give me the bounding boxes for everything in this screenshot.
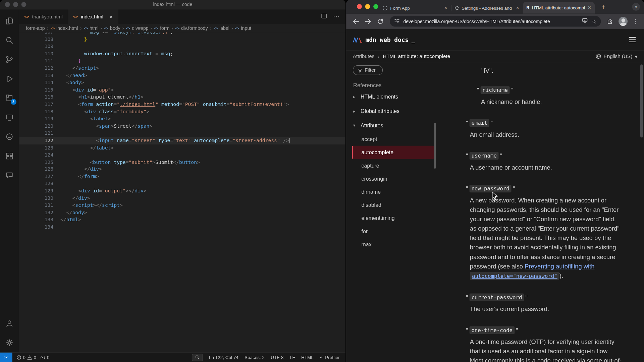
- problems-indicator[interactable]: 0 0: [16, 355, 36, 360]
- code-line[interactable]: 134: [19, 224, 345, 231]
- comments-icon[interactable]: [0, 165, 19, 185]
- menu-hamburger-icon[interactable]: [627, 35, 638, 44]
- reload-button[interactable]: [375, 16, 386, 27]
- extensions-icon[interactable]: 3: [0, 88, 19, 108]
- minimize-window-button[interactable]: [365, 4, 370, 9]
- sidebar-group-html-elements[interactable]: ▸HTML elements: [352, 89, 437, 104]
- close-tab-icon[interactable]: ×: [444, 5, 447, 11]
- indentation-setting[interactable]: Spaces: 2: [245, 355, 265, 360]
- vscode-window-controls[interactable]: [5, 2, 26, 7]
- breadcrumb-item[interactable]: <>html: [84, 26, 98, 31]
- breadcrumb-parent[interactable]: Attributes: [353, 53, 375, 59]
- page-scrollbar[interactable]: [640, 64, 643, 137]
- split-editor-icon[interactable]: [321, 12, 327, 20]
- code-line[interactable]: 116 <h1>input element</h1>: [19, 94, 345, 101]
- source-control-icon[interactable]: [0, 50, 19, 69]
- code-line[interactable]: 119 <label>: [19, 115, 345, 123]
- sidebar-item-accept[interactable]: accept: [352, 133, 434, 146]
- settings-gear-icon[interactable]: [0, 333, 19, 352]
- code-line[interactable]: 108 }: [19, 36, 345, 43]
- run-debug-icon[interactable]: [0, 69, 19, 88]
- code-line[interactable]: 111 }: [19, 58, 345, 65]
- url-bar[interactable]: developer.mozilla.org/en-US/docs/Web/HTM…: [390, 16, 601, 27]
- code-line[interactable]: 109: [19, 43, 345, 51]
- breadcrumb-item[interactable]: <>div.formbody: [175, 26, 208, 31]
- account-icon[interactable]: [0, 314, 19, 333]
- sidebar-item-elementtiming[interactable]: elementtiming: [352, 212, 434, 225]
- close-tab-icon[interactable]: ×: [109, 13, 113, 20]
- code-line[interactable]: 127 </form>: [19, 173, 345, 181]
- browser-menu-icon[interactable]: ⋮: [633, 18, 638, 25]
- code-line[interactable]: 114 <body>: [19, 79, 345, 87]
- breadcrumb-item[interactable]: <>body: [104, 26, 120, 31]
- code-line[interactable]: 129 <div id="output"></div>: [19, 188, 345, 195]
- sidebar-filter[interactable]: [353, 65, 383, 75]
- zoom-window-button[interactable]: [21, 2, 26, 7]
- code-line[interactable]: 115 <div id="app">: [19, 86, 345, 94]
- browser-window-controls[interactable]: [357, 4, 378, 9]
- more-actions-icon[interactable]: ⋯: [333, 13, 340, 20]
- explorer-icon[interactable]: [0, 11, 19, 31]
- breadcrumb-item[interactable]: <>index.html: [51, 26, 78, 31]
- code-line[interactable]: 126 </div>: [19, 166, 345, 173]
- minimize-window-button[interactable]: [13, 2, 18, 7]
- language-picker[interactable]: English (US) ▾: [595, 53, 637, 59]
- copilot-icon[interactable]: [0, 127, 19, 146]
- sidebar-item-for[interactable]: for: [352, 225, 434, 238]
- browser-tab[interactable]: Settings - Addresses and m×: [451, 2, 523, 13]
- language-mode[interactable]: HTML: [301, 355, 314, 360]
- code-line[interactable]: 125 <button type="submit">Submit</button…: [19, 159, 345, 166]
- sidebar-group-global-attributes[interactable]: ▸Global attributes: [352, 104, 437, 118]
- filter-input[interactable]: [365, 67, 378, 73]
- code-line[interactable]: 122 <input name="street" type="text" aut…: [19, 137, 345, 144]
- back-button[interactable]: [350, 16, 361, 27]
- sidebar-group-attributes[interactable]: ▾Attributes: [352, 118, 437, 133]
- sidebar-item-autocomplete[interactable]: autocomplete: [352, 146, 434, 159]
- url-input[interactable]: developer.mozilla.org/en-US/docs/Web/HTM…: [403, 19, 578, 24]
- browser-tab[interactable]: Form App×: [379, 2, 451, 13]
- zoom-window-button[interactable]: [373, 4, 378, 9]
- formatter-indicator[interactable]: ✓ Prettier: [320, 355, 340, 360]
- code-line[interactable]: 118 <div class="formbody">: [19, 108, 345, 116]
- remote-indicator[interactable]: ><: [0, 353, 12, 362]
- close-window-button[interactable]: [357, 4, 362, 9]
- sidebar-item-dirname[interactable]: dirname: [352, 185, 434, 198]
- bookmark-star-icon[interactable]: ☆: [592, 18, 597, 25]
- eol-setting[interactable]: LF: [290, 355, 295, 360]
- breadcrumb-item[interactable]: <>form: [154, 26, 170, 31]
- encoding-setting[interactable]: UTF-8: [271, 355, 283, 360]
- search-button[interactable]: [192, 354, 203, 361]
- code-line[interactable]: 110 window.output.innerText = msg;: [19, 50, 345, 58]
- grid-extension-icon[interactable]: [0, 146, 19, 166]
- code-line[interactable]: 117 <form action="./index.html" method="…: [19, 101, 345, 108]
- code-line[interactable]: 133</html>: [19, 217, 345, 224]
- code-line[interactable]: 113 </head>: [19, 72, 345, 79]
- sidebar-item-disabled[interactable]: disabled: [352, 198, 434, 211]
- editor-tab[interactable]: <>index.html×: [68, 9, 118, 24]
- close-tab-icon[interactable]: ×: [516, 5, 519, 11]
- breadcrumb-item[interactable]: <>label: [214, 26, 229, 31]
- code-line[interactable]: 123 </label>: [19, 144, 345, 152]
- code-line[interactable]: 128: [19, 180, 345, 188]
- new-tab-button[interactable]: +: [599, 3, 608, 12]
- browser-tab[interactable]: MHTML attribute: autocompl×: [523, 2, 595, 14]
- install-app-icon[interactable]: [582, 17, 588, 25]
- profile-avatar[interactable]: [619, 17, 628, 26]
- tab-search-icon[interactable]: ∨: [632, 3, 640, 11]
- search-icon[interactable]: [0, 31, 19, 50]
- cursor-position[interactable]: Ln 122, Col 74: [209, 355, 238, 360]
- forward-button[interactable]: [363, 16, 373, 27]
- breadcrumb-item[interactable]: <>div#app: [126, 26, 149, 31]
- code-line[interactable]: 107 msg += `${key}: ${value}\n`;: [19, 33, 345, 36]
- extensions-puzzle-icon[interactable]: [607, 17, 614, 26]
- breadcrumb-item[interactable]: <>input: [235, 26, 251, 31]
- site-settings-icon[interactable]: [394, 17, 400, 25]
- code-line[interactable]: 132 </body>: [19, 209, 345, 217]
- breadcrumb-item[interactable]: form-app: [26, 26, 45, 31]
- code-line[interactable]: 124: [19, 152, 345, 159]
- sidebar-item-capture[interactable]: capture: [352, 159, 434, 172]
- ports-indicator[interactable]: 0: [40, 355, 49, 360]
- editor-tab[interactable]: <>thankyou.html: [19, 9, 68, 24]
- code-line[interactable]: 112 </script>: [19, 65, 345, 72]
- mdn-logo[interactable]: mdn web docs_: [353, 36, 415, 43]
